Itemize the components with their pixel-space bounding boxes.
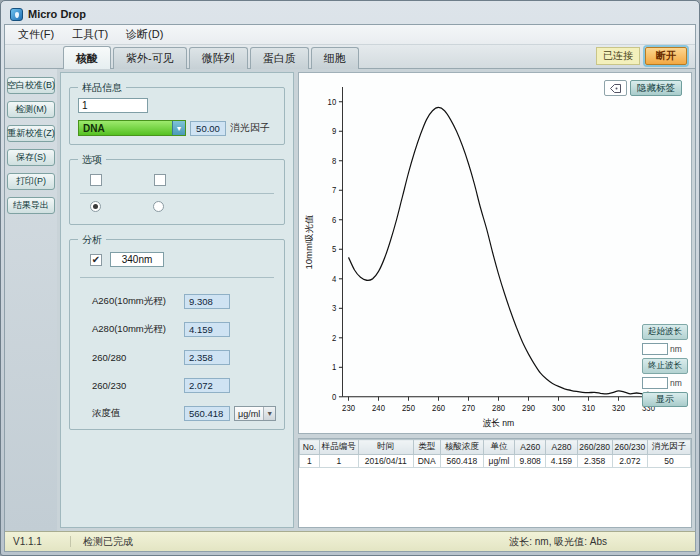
export-results-button[interactable]: 结果导出: [7, 197, 55, 214]
ratio-260-280-value: 2.358: [184, 350, 230, 365]
tab-bar: 核酸 紫外-可见 微阵列 蛋白质 细胞 已连接 断开: [5, 45, 695, 69]
blank-calibration-button[interactable]: 空白校准(B): [7, 77, 55, 94]
y-tick-label: 5: [332, 245, 337, 254]
content-area: 空白校准(B) 检测(M) 重新校准(Z) 保存(S) 打印(P) 结果导出 样…: [5, 69, 695, 531]
start-wavelength-unit: nm: [670, 344, 682, 354]
y-tick-label: 2: [332, 333, 337, 342]
y-tick-label: 8: [332, 156, 337, 165]
col-factor: 消光因子: [647, 440, 690, 455]
unit-select[interactable]: μg/ml ▼: [234, 406, 276, 421]
menu-diagnostics[interactable]: 诊断(D): [117, 25, 172, 44]
version-label: V1.1.1: [13, 536, 71, 547]
wavelength-checkbox[interactable]: ✔: [90, 254, 102, 266]
x-tick-label: 240: [372, 404, 385, 413]
a260-value: 9.308: [184, 294, 230, 309]
col-260-230: 260/230: [612, 440, 647, 455]
extinction-factor-label: 消光因子: [230, 121, 270, 135]
wavelength-controls: 起始波长 nm 终止波长 nm 显示: [642, 324, 688, 407]
analysis-wavelength-input[interactable]: [110, 252, 164, 267]
ratio-260-280-label: 260/280: [92, 352, 184, 363]
cell-type: DNA: [413, 455, 440, 468]
col-260-280: 260/280: [577, 440, 612, 455]
tab-nucleic-acid[interactable]: 核酸: [63, 46, 111, 69]
cell-no: 1: [300, 455, 320, 468]
table-row[interactable]: 1 1 2016/04/11 DNA 560.418 μg/ml 9.808 4…: [300, 455, 691, 468]
app-window: Micro Drop 文件(F) 工具(T) 诊断(D) 核酸 紫外-可见 微阵…: [0, 0, 700, 556]
app-frame: 文件(F) 工具(T) 诊断(D) 核酸 紫外-可见 微阵列 蛋白质 细胞 已连…: [4, 24, 696, 552]
right-column: 隐藏标签 起始波长 nm 终止波长 nm: [298, 72, 692, 528]
main-area: 样品信息 DNA ▼ 50.00 消光因子: [57, 69, 695, 531]
extinction-factor-field[interactable]: 50.00: [190, 121, 226, 136]
sample-info-title: 样品信息: [78, 81, 126, 95]
readout-label: 波长: nm, 吸光值: Abs: [509, 535, 687, 549]
spectrum-panel: 隐藏标签 起始波长 nm 终止波长 nm: [298, 72, 692, 434]
sample-panel: 样品信息 DNA ▼ 50.00 消光因子: [60, 72, 294, 528]
spectrum-chart: 2302402502602702802903003103203300123456…: [299, 73, 691, 433]
y-tick-label: 1: [332, 363, 337, 372]
disconnect-button[interactable]: 断开: [645, 47, 687, 65]
cell-factor: 50: [647, 455, 690, 468]
end-wavelength-input[interactable]: [642, 377, 668, 389]
results-panel: No. 样品编号 时间 类型 核酸浓度 单位 A260 A280 260/280: [298, 438, 692, 528]
col-unit: 单位: [483, 440, 514, 455]
x-tick-label: 230: [342, 404, 355, 413]
sample-id-input[interactable]: [78, 98, 148, 113]
option-checkbox-1[interactable]: [90, 174, 102, 186]
cell-a280: 4.159: [546, 455, 577, 468]
chevron-down-icon: ▼: [172, 121, 185, 135]
save-button[interactable]: 保存(S): [7, 149, 55, 166]
col-time: 时间: [358, 440, 413, 455]
window-title: Micro Drop: [28, 8, 86, 20]
separator: [80, 193, 274, 194]
measure-button[interactable]: 检测(M): [7, 101, 55, 118]
tab-cell[interactable]: 细胞: [311, 47, 359, 69]
unit-value: μg/ml: [235, 409, 263, 419]
x-tick-label: 270: [462, 404, 475, 413]
y-axis-title: 10mm吸光值: [304, 214, 313, 269]
menu-tools[interactable]: 工具(T): [63, 25, 117, 44]
option-checkbox-2[interactable]: [154, 174, 166, 186]
chevron-down-icon: ▼: [263, 407, 275, 420]
menu-file[interactable]: 文件(F): [9, 25, 63, 44]
print-button[interactable]: 打印(P): [7, 173, 55, 190]
x-tick-label: 250: [402, 404, 415, 413]
sample-type-select[interactable]: DNA ▼: [78, 120, 186, 136]
status-bar: V1.1.1 检测已完成 波长: nm, 吸光值: Abs: [5, 531, 695, 551]
x-tick-label: 310: [582, 404, 595, 413]
cell-concentration: 560.418: [440, 455, 483, 468]
cell-time: 2016/04/11: [358, 455, 413, 468]
start-wavelength-input[interactable]: [642, 343, 668, 355]
tab-protein[interactable]: 蛋白质: [250, 47, 309, 69]
titlebar[interactable]: Micro Drop: [4, 4, 696, 24]
start-wavelength-label: 起始波长: [642, 324, 688, 340]
ratio-260-230-value: 2.072: [184, 378, 230, 393]
x-tick-label: 290: [522, 404, 535, 413]
a280-value: 4.159: [184, 322, 230, 337]
end-wavelength-label: 终止波长: [642, 358, 688, 374]
col-a280: A280: [546, 440, 577, 455]
status-message: 检测已完成: [71, 535, 509, 549]
concentration-value: 560.418: [184, 406, 230, 421]
analysis-group: 分析 ✔ A260(10mm光程) 9.308 A280(10mm光程): [69, 239, 285, 430]
show-button[interactable]: 显示: [642, 392, 688, 407]
tab-uv-vis[interactable]: 紫外-可见: [113, 47, 187, 69]
spectrum-curve: [349, 107, 649, 394]
a260-label: A260(10mm光程): [92, 295, 184, 308]
option-radio-2[interactable]: [153, 201, 164, 212]
tab-microarray[interactable]: 微阵列: [189, 47, 248, 69]
separator: [80, 277, 274, 278]
hide-labels-button[interactable]: 隐藏标签: [630, 80, 682, 96]
cell-260-280: 2.358: [577, 455, 612, 468]
label-tool-button[interactable]: [604, 80, 627, 96]
analysis-title: 分析: [78, 233, 106, 247]
concentration-label: 浓度值: [92, 407, 180, 420]
sidebar: 空白校准(B) 检测(M) 重新校准(Z) 保存(S) 打印(P) 结果导出: [5, 69, 57, 531]
recalibrate-button[interactable]: 重新校准(Z): [7, 125, 55, 142]
option-radio-1[interactable]: [90, 201, 101, 212]
col-no: No.: [300, 440, 320, 455]
app-icon: [10, 8, 23, 21]
col-sample-id: 样品编号: [319, 440, 358, 455]
y-tick-label: 3: [332, 304, 337, 313]
options-title: 选项: [78, 153, 106, 167]
tag-icon: [609, 83, 622, 94]
